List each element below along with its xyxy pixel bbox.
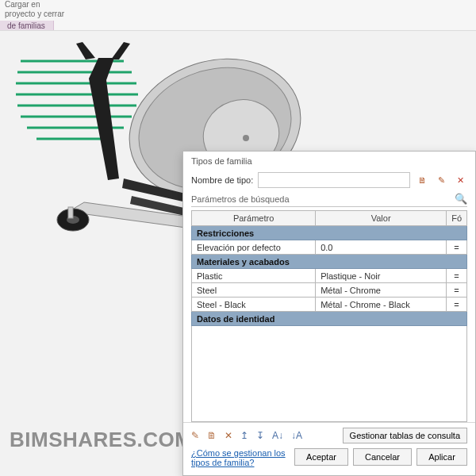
ok-button[interactable]: Aceptar — [294, 448, 348, 466]
table-row: Elevación por defecto 0.0 = — [192, 240, 467, 255]
param-formula[interactable]: = — [447, 298, 467, 312]
param-formula[interactable]: = — [447, 240, 467, 255]
group-identity[interactable]: Datos de identidad — [192, 312, 467, 326]
cancel-button[interactable]: Cancelar — [353, 448, 412, 466]
rename-type-icon[interactable]: ✎ — [434, 173, 448, 187]
param-name[interactable]: Steel — [192, 283, 316, 298]
table-row: Steel Métal - Chrome = — [192, 283, 467, 298]
ribbon-fragment: Cargar en proyecto y cerrar de familias — [0, 0, 69, 33]
search-icon[interactable]: 🔍 — [455, 193, 467, 205]
load-project-close-label[interactable]: Cargar en proyecto y cerrar — [0, 0, 69, 21]
param-name[interactable]: Elevación por defecto — [192, 240, 316, 255]
param-name[interactable]: Plastic — [192, 269, 316, 283]
sort-asc-icon[interactable]: A↓ — [272, 430, 283, 441]
table-empty-area — [191, 326, 467, 422]
help-link[interactable]: ¿Cómo se gestionan los tipos de familia? — [191, 448, 288, 467]
table-row: Plastic Plastique - Noir = — [192, 269, 467, 283]
family-types-dialog: Tipos de familia Nombre de tipo: 🗎 ✎ ✕ P… — [182, 151, 476, 476]
col-parameter[interactable]: Parámetro — [192, 211, 316, 226]
param-formula[interactable]: = — [447, 283, 467, 298]
sort-desc-icon[interactable]: ↓A — [291, 430, 302, 441]
move-up-icon[interactable]: ↥ — [240, 430, 248, 441]
type-name-label: Nombre de tipo: — [191, 175, 253, 185]
svg-point-11 — [243, 135, 249, 141]
delete-type-icon[interactable]: ✕ — [453, 173, 467, 187]
delete-param-icon[interactable]: ✕ — [225, 430, 232, 441]
apply-button[interactable]: Aplicar — [416, 448, 467, 466]
parameters-table[interactable]: Parámetro Valor Fó Restricciones Elevaci… — [191, 210, 467, 326]
group-restrictions[interactable]: Restricciones — [192, 226, 467, 240]
search-params-label[interactable]: Parámetros de búsqueda — [191, 194, 290, 204]
watermark-text: BIMSHARES.COM — [10, 428, 192, 452]
param-name[interactable]: Steel - Black — [192, 298, 316, 312]
new-param-icon[interactable]: 🗎 — [207, 430, 217, 441]
col-formula[interactable]: Fó — [447, 211, 467, 226]
group-materials[interactable]: Materiales y acabados — [192, 255, 467, 269]
col-value[interactable]: Valor — [316, 211, 447, 226]
param-value[interactable]: Métal - Chrome - Black — [316, 298, 447, 312]
param-value[interactable]: Métal - Chrome — [316, 283, 447, 298]
manage-lookup-tables-button[interactable]: Gestionar tablas de consulta — [343, 428, 467, 443]
param-value[interactable]: 0.0 — [316, 240, 447, 255]
param-formula[interactable]: = — [447, 269, 467, 283]
dialog-title: Tipos de familia — [183, 152, 475, 169]
edit-param-icon[interactable]: ✎ — [191, 430, 199, 441]
param-value[interactable]: Plastique - Noir — [316, 269, 447, 283]
new-type-icon[interactable]: 🗎 — [415, 173, 429, 187]
svg-rect-17 — [68, 207, 73, 218]
move-down-icon[interactable]: ↧ — [256, 430, 264, 441]
type-name-input[interactable] — [258, 172, 410, 188]
table-row: Steel - Black Métal - Chrome - Black = — [192, 298, 467, 312]
